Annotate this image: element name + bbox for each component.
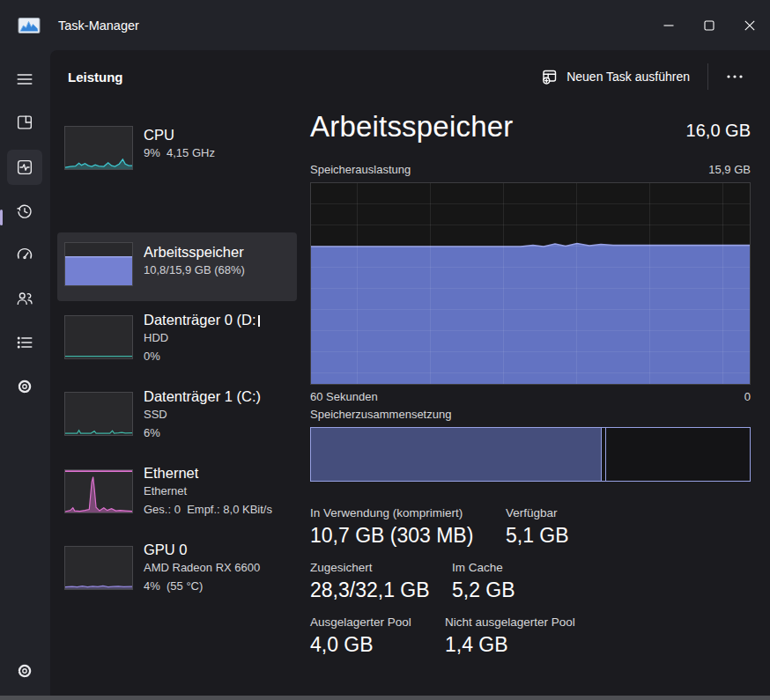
ellipsis-icon bbox=[726, 74, 744, 79]
usage-chart-label: Speicherauslastung bbox=[310, 163, 411, 176]
sidebar-item-processes[interactable] bbox=[7, 105, 42, 140]
perf-item-title: CPU bbox=[144, 126, 215, 144]
perf-item-disk-0[interactable]: Datenträger 0 (D: HDD 0% bbox=[57, 304, 297, 378]
stat-value: 10,7 GB (303 MB) bbox=[310, 524, 486, 548]
stat-value: 28,3/32,1 GB bbox=[310, 578, 433, 602]
sidebar-item-performance[interactable] bbox=[7, 150, 42, 185]
cpu-sparkline bbox=[64, 126, 133, 170]
stat-label: Im Cache bbox=[452, 561, 515, 574]
page-header: Leistung Neuen Task ausführen bbox=[50, 50, 770, 103]
time-axis-right: 0 bbox=[744, 390, 751, 403]
sidebar-item-users[interactable] bbox=[7, 281, 42, 316]
window-controls bbox=[648, 0, 770, 50]
stat-label: Zugesichert bbox=[310, 561, 433, 574]
stat-value: 4,0 GB bbox=[310, 633, 426, 657]
composition-segment-divider bbox=[605, 428, 606, 481]
maximize-button[interactable] bbox=[689, 0, 729, 50]
memory-stats: In Verwendung (komprimiert) 10,7 GB (303… bbox=[310, 506, 601, 670]
sidebar-item-services[interactable] bbox=[7, 369, 42, 404]
settings-gear-icon bbox=[15, 661, 34, 681]
perf-item-sub: 9% 4,15 GHz bbox=[144, 144, 215, 162]
stat-value: 5,2 GB bbox=[452, 578, 515, 602]
perf-item-sub2: 6% bbox=[144, 424, 261, 442]
window-bottom-edge bbox=[0, 696, 770, 700]
perf-item-sub: HDD bbox=[144, 329, 260, 347]
services-icon bbox=[15, 377, 34, 396]
app-history-icon bbox=[15, 202, 34, 221]
hamburger-menu-button[interactable] bbox=[7, 62, 42, 97]
perf-item-ethernet[interactable]: Ethernet Ethernet Ges.: 0 Empf.: 8,0 KBi… bbox=[57, 457, 297, 531]
task-manager-app-icon bbox=[18, 17, 41, 34]
memory-usage-chart[interactable] bbox=[310, 182, 751, 385]
composition-label: Speicherzusammensetzung bbox=[310, 408, 451, 421]
close-button[interactable] bbox=[729, 0, 770, 50]
perf-item-sub2: 0% bbox=[144, 348, 260, 365]
task-manager-window: Task-Manager bbox=[0, 0, 770, 700]
run-new-task-label: Neuen Task ausführen bbox=[566, 70, 690, 84]
startup-apps-icon bbox=[15, 245, 34, 264]
perf-item-title: GPU 0 bbox=[144, 541, 260, 559]
stat-label: Ausgelagerter Pool bbox=[310, 615, 426, 629]
performance-icon bbox=[15, 158, 34, 177]
navigation-rail bbox=[0, 50, 50, 696]
memory-composition-bar[interactable] bbox=[310, 427, 751, 482]
sidebar-item-details[interactable] bbox=[7, 325, 42, 360]
time-axis-left: 60 Sekunden bbox=[310, 390, 378, 403]
perf-item-title: Datenträger 0 (D: bbox=[144, 312, 255, 328]
perf-item-sub2: 4% (55 °C) bbox=[144, 578, 260, 595]
perf-item-sub: Ethernet bbox=[144, 483, 272, 500]
clipped-text-indicator bbox=[258, 315, 260, 327]
composition-in-use-segment bbox=[311, 428, 602, 481]
stat-value: 1,4 GB bbox=[445, 633, 575, 657]
page-title: Leistung bbox=[68, 70, 123, 85]
sidebar-item-startup-apps[interactable] bbox=[7, 237, 42, 272]
users-icon bbox=[15, 289, 34, 308]
new-task-icon bbox=[540, 68, 559, 86]
perf-item-sub: AMD Radeon RX 6600 bbox=[144, 559, 260, 577]
content-area: Leistung Neuen Task ausführen bbox=[50, 50, 770, 696]
perf-item-memory[interactable]: Arbeitsspeicher 10,8/15,9 GB (68%) bbox=[57, 232, 297, 301]
perf-item-disk-1[interactable]: Datenträger 1 (C:) SSD 6% bbox=[57, 380, 297, 454]
ethernet-sparkline bbox=[64, 469, 133, 513]
perf-item-sub: SSD bbox=[144, 406, 261, 424]
disk1-sparkline bbox=[64, 392, 133, 436]
stat-label: In Verwendung (komprimiert) bbox=[310, 506, 486, 519]
more-options-button[interactable] bbox=[719, 69, 751, 85]
window-title: Task-Manager bbox=[58, 18, 139, 33]
close-icon bbox=[744, 19, 756, 32]
run-new-task-button[interactable]: Neuen Task ausführen bbox=[533, 63, 697, 92]
usage-scale-max: 15,9 GB bbox=[708, 163, 751, 176]
gpu-sparkline bbox=[64, 546, 133, 590]
detail-title: Arbeitsspeicher bbox=[310, 110, 513, 144]
perf-item-title: Datenträger 1 (C:) bbox=[144, 387, 261, 406]
maximize-icon bbox=[703, 19, 715, 32]
memory-total: 16,0 GB bbox=[686, 121, 751, 144]
disk0-sparkline bbox=[64, 315, 133, 359]
title-bar: Task-Manager bbox=[0, 0, 770, 50]
perf-item-sub2: Ges.: 0 Empf.: 8,0 KBit/s bbox=[144, 501, 272, 519]
sidebar-item-app-history[interactable] bbox=[7, 194, 42, 229]
hamburger-menu-icon bbox=[15, 70, 34, 89]
perf-item-title: Arbeitsspeicher bbox=[144, 243, 245, 262]
chart-gridlines bbox=[311, 183, 750, 384]
perf-item-gpu[interactable]: GPU 0 AMD Radeon RX 6600 4% (55 °C) bbox=[57, 534, 297, 608]
perf-item-cpu[interactable]: CPU 9% 4,15 GHz bbox=[57, 119, 297, 177]
header-divider bbox=[707, 63, 708, 90]
perf-item-sub: 10,8/15,9 GB (68%) bbox=[144, 262, 245, 279]
stat-label: Nicht ausgelagerter Pool bbox=[445, 615, 575, 629]
stat-label: Verfügbar bbox=[506, 506, 569, 519]
perf-item-title: Ethernet bbox=[144, 464, 272, 483]
memory-sparkline bbox=[64, 242, 133, 286]
stat-value: 5,1 GB bbox=[506, 524, 569, 548]
minimize-button[interactable] bbox=[648, 0, 689, 50]
minimize-icon bbox=[663, 19, 675, 32]
selected-indicator bbox=[0, 210, 3, 225]
settings-button[interactable] bbox=[7, 653, 42, 689]
processes-icon bbox=[15, 113, 34, 132]
details-icon bbox=[15, 333, 34, 352]
